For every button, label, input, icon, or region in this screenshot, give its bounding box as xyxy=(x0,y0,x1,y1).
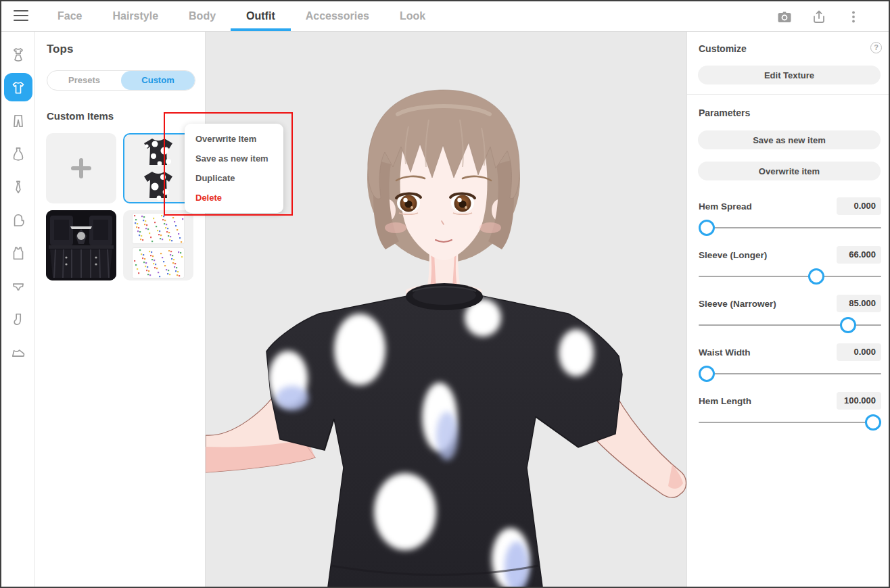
outfit-set-icon xyxy=(9,46,27,64)
tab-look[interactable]: Look xyxy=(400,1,425,31)
avatar-render xyxy=(206,32,686,587)
kebab-menu-icon[interactable] xyxy=(845,9,862,25)
customize-heading: Customize xyxy=(699,43,747,54)
sidebar-item-tops[interactable] xyxy=(1,71,35,104)
menu-item-save-as-new-item[interactable]: Save as new item xyxy=(185,149,283,168)
slider-waist-width: Waist Width 0.000 xyxy=(699,343,881,392)
top-bar-actions xyxy=(776,1,862,32)
sidebar-item-inner-wear[interactable] xyxy=(1,237,35,270)
help-icon[interactable]: ? xyxy=(870,42,882,53)
outfit-category-rail xyxy=(1,32,35,587)
slider-thumb[interactable] xyxy=(865,414,881,431)
underwear-icon xyxy=(9,278,27,295)
tab-body[interactable]: Body xyxy=(189,1,216,31)
slider-sleeve-longer-: Sleeve (Longer) 66.000 xyxy=(699,246,881,295)
confetti-texture-thumbnail xyxy=(133,248,184,278)
slider-track[interactable] xyxy=(699,276,881,277)
tab-hairstyle[interactable]: Hairstyle xyxy=(112,1,158,31)
tab-accessories[interactable]: Accessories xyxy=(306,1,369,31)
polka-tee-item-selected[interactable] xyxy=(123,133,193,203)
slider-thumb[interactable] xyxy=(808,268,824,285)
sidebar-item-underwear[interactable] xyxy=(1,270,35,303)
divider xyxy=(687,94,890,95)
socks-icon xyxy=(9,311,27,328)
slider-track[interactable] xyxy=(699,324,881,326)
item-context-menu: Overwrite ItemSave as new itemDuplicateD… xyxy=(185,124,283,213)
segment-presets[interactable]: Presets xyxy=(47,71,121,90)
custom-items-heading: Custom Items xyxy=(47,110,114,122)
sidebar-item-outfit-set[interactable] xyxy=(1,38,35,71)
sidebar-item-bottoms[interactable] xyxy=(1,104,35,137)
vroid-studio-window: FaceHairstyleBodyOutfitAccessoriesLook T… xyxy=(0,0,890,588)
items-panel: Tops Presets Custom Custom Items xyxy=(35,32,206,587)
slider-label: Sleeve (Longer) xyxy=(699,250,767,260)
avatar-shirt xyxy=(266,283,622,587)
presets-custom-toggle: Presets Custom xyxy=(47,70,195,91)
tab-face[interactable]: Face xyxy=(57,1,82,31)
bottoms-icon xyxy=(9,112,27,130)
slider-track[interactable] xyxy=(699,227,881,228)
hamburger-icon[interactable] xyxy=(14,10,28,22)
add-item-tile[interactable] xyxy=(46,133,116,203)
sidebar-item-shoes[interactable] xyxy=(1,336,35,369)
slider-hem-length: Hem Length 100.000 xyxy=(699,392,881,441)
camera-icon[interactable] xyxy=(776,9,793,25)
slider-sleeve-narrower-: Sleeve (Narrower) 85.000 xyxy=(699,295,881,343)
slider-value: 100.000 xyxy=(837,392,881,410)
menu-item-duplicate[interactable]: Duplicate xyxy=(185,168,283,188)
panel-title: Tops xyxy=(47,43,73,56)
tops-icon xyxy=(9,79,27,97)
parameter-sliders: Hem Spread 0.000 Sleeve (Longer) 66.000 … xyxy=(699,197,881,441)
slider-value: 66.000 xyxy=(837,246,881,264)
export-icon[interactable] xyxy=(811,9,827,25)
sidebar-item-socks[interactable] xyxy=(1,303,35,336)
dark-outfit-thumbnail xyxy=(46,210,116,280)
confetti-texture-thumbnail xyxy=(133,214,184,243)
slider-value: 0.000 xyxy=(837,343,881,361)
slider-label: Hem Length xyxy=(699,396,751,406)
overwrite-item-button[interactable]: Overwrite item xyxy=(698,162,881,180)
polka-tee-thumbnail xyxy=(139,136,178,168)
menu-item-overwrite-item[interactable]: Overwrite Item xyxy=(185,129,283,149)
top-bar: FaceHairstyleBodyOutfitAccessoriesLook xyxy=(1,1,889,32)
slider-hem-spread: Hem Spread 0.000 xyxy=(699,197,881,246)
slider-value: 85.000 xyxy=(837,295,881,312)
slider-value: 0.000 xyxy=(837,197,881,215)
slider-thumb[interactable] xyxy=(699,366,715,382)
one-piece-icon xyxy=(9,145,27,163)
slider-thumb[interactable] xyxy=(699,220,715,236)
inner-wear-icon xyxy=(9,245,27,262)
dark-outfit-item[interactable] xyxy=(46,210,116,280)
tab-outfit[interactable]: Outfit xyxy=(246,1,275,31)
parameters-heading: Parameters xyxy=(699,107,750,118)
sidebar-item-one-piece[interactable] xyxy=(1,137,35,170)
shoes-icon xyxy=(9,344,27,362)
confetti-texture-item[interactable] xyxy=(123,210,193,280)
slider-track[interactable] xyxy=(699,373,881,374)
sidebar-item-neckwear[interactable] xyxy=(1,170,35,203)
slider-thumb[interactable] xyxy=(840,317,856,333)
slider-label: Waist Width xyxy=(699,347,751,358)
polka-tee-thumbnail xyxy=(139,169,178,201)
main-tabs: FaceHairstyleBodyOutfitAccessoriesLook xyxy=(57,1,425,31)
segment-custom[interactable]: Custom xyxy=(121,71,195,90)
menu-item-delete[interactable]: Delete xyxy=(185,188,283,207)
slider-label: Sleeve (Narrower) xyxy=(699,299,776,309)
avatar-head xyxy=(367,90,520,298)
plus-icon xyxy=(71,158,91,178)
save-as-new-item-button[interactable]: Save as new item xyxy=(698,130,881,149)
sidebar-item-gloves[interactable] xyxy=(1,203,35,237)
customize-panel: Customize ? Edit Texture Parameters Save… xyxy=(686,32,890,587)
edit-texture-button[interactable]: Edit Texture xyxy=(698,66,881,84)
gloves-icon xyxy=(9,212,27,229)
slider-track[interactable] xyxy=(699,422,881,423)
slider-label: Hem Spread xyxy=(699,201,752,212)
neckwear-icon xyxy=(9,178,27,196)
avatar-viewport[interactable] xyxy=(206,32,686,587)
